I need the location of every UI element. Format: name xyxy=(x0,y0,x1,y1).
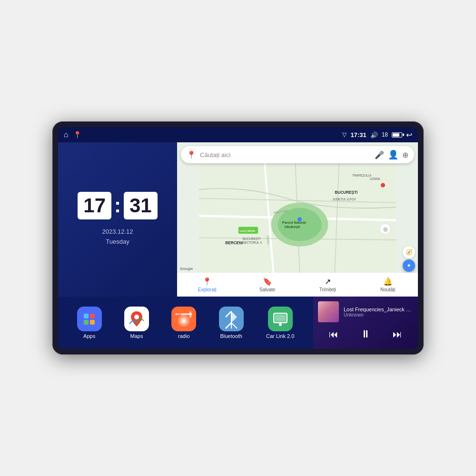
saved-label: Salvate xyxy=(259,287,275,292)
carlink-icon xyxy=(268,307,293,331)
map-nav-send[interactable]: ↗ Trimiteți xyxy=(298,277,358,292)
svg-text:Leroy Merlin: Leroy Merlin xyxy=(240,229,256,232)
account-icon[interactable]: 👤 xyxy=(388,149,398,160)
apps-label: Apps xyxy=(83,333,95,339)
svg-text:TRAPEZULUI: TRAPEZULUI xyxy=(352,174,371,177)
svg-point-22 xyxy=(381,183,385,187)
music-play-button[interactable]: ⏸ xyxy=(357,326,375,342)
svg-point-29 xyxy=(182,319,185,322)
svg-rect-32 xyxy=(189,311,191,318)
maps-icon xyxy=(124,307,149,331)
compass-icon: 🧭 xyxy=(406,249,413,256)
google-logo: Google xyxy=(180,267,193,271)
map-nav-saved[interactable]: 🔖 Salvate xyxy=(238,277,298,292)
clock-date: 2023.12.12 Tuesday xyxy=(102,227,133,247)
music-info: Lost Frequencies_Janieck Devy-... Unknow… xyxy=(318,301,413,322)
map-search-text[interactable]: Căutați aici xyxy=(200,151,371,159)
saved-icon: 🔖 xyxy=(263,277,272,286)
music-album-art xyxy=(318,301,339,322)
map-svg: Parcul Natural Văcărești BUCUREȘTI JUDEȚ… xyxy=(177,163,418,273)
map-nav-news[interactable]: 🔔 Noutăți xyxy=(358,277,418,292)
map-search-actions: 🎤 👤 ⊕ xyxy=(375,149,408,160)
maps-label: Maps xyxy=(130,333,143,339)
clock-display: 17 : 31 xyxy=(78,192,157,219)
status-bar: ⌂ 📍 ▽ 17:31 🔊 18 ↩ xyxy=(58,127,418,142)
status-left: ⌂ 📍 xyxy=(64,130,81,139)
map-compass[interactable]: 🧭 xyxy=(403,246,415,258)
bluetooth-label: Bluetooth xyxy=(220,333,242,339)
volume-level: 18 xyxy=(382,131,388,138)
radio-icon: FM xyxy=(171,307,196,331)
location-pin-icon[interactable]: 📍 xyxy=(73,131,81,139)
map-bottom-nav: 📍 Explorați 🔖 Salvate ↗ Trimiteți 🔔 xyxy=(177,273,418,297)
main-content: 17 : 31 2023.12.12 Tuesday 📍 Căutați aic… xyxy=(58,142,418,349)
maps-logo-icon: 📍 xyxy=(187,150,196,159)
music-controls: ⏮ ⏸ ⏭ xyxy=(318,326,413,342)
device-frame: ⌂ 📍 ▽ 17:31 🔊 18 ↩ 17 xyxy=(52,121,424,355)
volume-icon: 🔊 xyxy=(370,131,378,139)
music-text: Lost Frequencies_Janieck Devy-... Unknow… xyxy=(344,307,413,317)
apps-icon xyxy=(77,307,102,331)
device-screen: ⌂ 📍 ▽ 17:31 🔊 18 ↩ 17 xyxy=(58,127,418,349)
svg-point-11 xyxy=(298,217,302,221)
svg-text:BUCUREȘTI: BUCUREȘTI xyxy=(335,190,357,195)
music-next-button[interactable]: ⏭ xyxy=(389,327,406,342)
clock-colon: : xyxy=(114,194,121,217)
home-icon[interactable]: ⌂ xyxy=(64,130,69,139)
svg-text:JUDEȚUL ILFOV: JUDEȚUL ILFOV xyxy=(333,198,357,201)
news-label: Noutăți xyxy=(380,287,396,292)
map-search-bar[interactable]: 📍 Căutați aici 🎤 👤 ⊕ xyxy=(181,146,414,163)
map-panel: 📍 Căutați aici 🎤 👤 ⊕ xyxy=(177,142,418,297)
explore-label: Explorați xyxy=(198,287,217,292)
svg-text:Văcărești: Văcărești xyxy=(284,225,300,229)
explore-icon: 📍 xyxy=(202,277,212,286)
navigate-icon: ✦ xyxy=(407,262,411,269)
svg-text:Parcul Natural: Parcul Natural xyxy=(282,220,306,225)
clock-panel: 17 : 31 2023.12.12 Tuesday xyxy=(58,142,177,297)
svg-rect-35 xyxy=(276,315,285,321)
map-area: Parcul Natural Văcărești BUCUREȘTI JUDEȚ… xyxy=(177,163,418,273)
svg-text:◎: ◎ xyxy=(383,226,388,232)
time-display: 17:31 xyxy=(350,131,366,139)
signal-icon: ▽ xyxy=(342,131,347,138)
music-prev-button[interactable]: ⏮ xyxy=(325,327,342,342)
back-icon[interactable]: ↩ xyxy=(406,130,412,139)
app-radio[interactable]: FM radio xyxy=(171,307,196,339)
top-row: 17 : 31 2023.12.12 Tuesday 📍 Căutați aic… xyxy=(58,142,418,297)
bottom-row: Apps Maps xyxy=(58,297,418,349)
battery-icon xyxy=(392,132,402,138)
app-maps[interactable]: Maps xyxy=(124,307,149,339)
mic-icon[interactable]: 🎤 xyxy=(375,150,384,159)
app-bluetooth[interactable]: Bluetooth xyxy=(219,307,244,339)
svg-text:SECTORUL 4: SECTORUL 4 xyxy=(243,241,262,244)
album-art-image xyxy=(318,301,339,322)
svg-text:UZANA: UZANA xyxy=(370,177,381,180)
music-artist: Unknown xyxy=(344,312,413,317)
svg-text:FM: FM xyxy=(177,313,181,316)
carlink-label: Car Link 2.0 xyxy=(266,333,294,339)
bluetooth-icon xyxy=(219,307,244,331)
music-title: Lost Frequencies_Janieck Devy-... xyxy=(344,307,413,312)
radio-label: radio xyxy=(178,333,189,339)
map-navigate-button[interactable]: ✦ xyxy=(403,259,415,272)
svg-text:BERCENI: BERCENI xyxy=(225,241,243,245)
apps-grid-icon xyxy=(81,311,98,327)
news-icon: 🔔 xyxy=(383,277,393,286)
apps-section: Apps Maps xyxy=(58,297,313,349)
svg-text:BUCUREȘTI: BUCUREȘTI xyxy=(243,237,260,241)
music-player: Lost Frequencies_Janieck Devy-... Unknow… xyxy=(313,297,418,349)
send-icon: ↗ xyxy=(325,277,331,286)
status-right: ▽ 17:31 🔊 18 ↩ xyxy=(342,130,412,139)
app-apps[interactable]: Apps xyxy=(77,307,102,339)
clock-minute: 31 xyxy=(124,192,158,219)
clock-hour: 17 xyxy=(78,192,111,219)
layers-icon[interactable]: ⊕ xyxy=(402,150,408,159)
send-label: Trimiteți xyxy=(319,287,336,292)
app-carlink[interactable]: Car Link 2.0 xyxy=(266,307,294,339)
map-nav-explore[interactable]: 📍 Explorați xyxy=(177,277,238,292)
svg-point-26 xyxy=(134,315,139,319)
